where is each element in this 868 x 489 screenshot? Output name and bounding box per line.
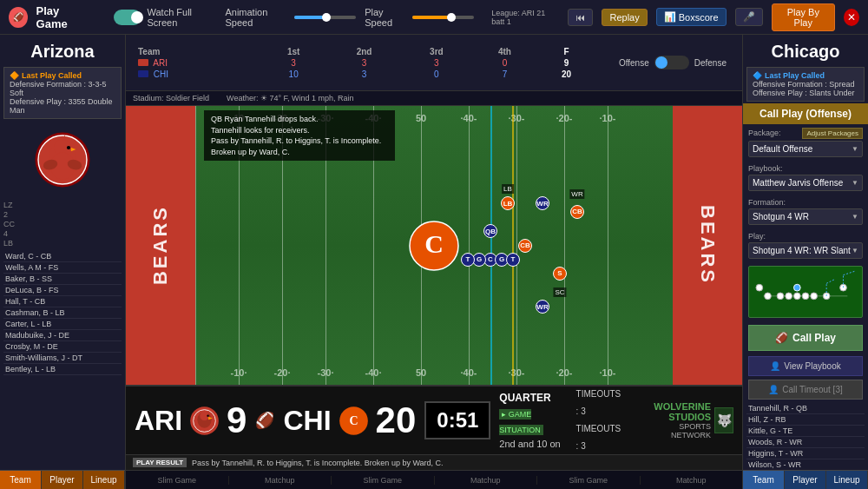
play-dropdown-arrow: ▼ <box>852 247 858 254</box>
play-speed-slider[interactable] <box>412 16 475 19</box>
yard-line-ez-r <box>608 106 608 385</box>
fullscreen-toggle-switch[interactable] <box>114 10 141 25</box>
play-label: Play: <box>748 232 863 241</box>
right-tab-player[interactable]: Player <box>785 471 826 489</box>
right-tabs: Team Player Lineup <box>743 470 868 489</box>
page-title: Play Game <box>36 4 89 30</box>
wolverine-subtitle: SPORTS NETWORK <box>638 422 711 439</box>
chi-timeouts: TIMEOUTS : 3 <box>576 420 621 455</box>
field-container: BEARS BEARS -10· -20· -30· <box>126 106 742 385</box>
list-item: Woods, R - WR <box>746 437 865 448</box>
game-clock: 0:51 <box>424 401 490 439</box>
left-tab-team[interactable]: Team <box>0 471 42 489</box>
svg-point-23 <box>786 293 792 300</box>
left-tabs: Team Player Lineup <box>0 470 125 489</box>
offense-defense-section: Offense Defense <box>603 35 742 90</box>
end-zone-left: BEARS <box>126 106 195 385</box>
right-tab-team[interactable]: Team <box>743 471 785 489</box>
svg-point-7 <box>67 146 70 149</box>
mic-button[interactable]: 🎤 <box>735 8 763 26</box>
end-zone-right: BEARS <box>673 106 742 385</box>
scoreboard-bar: ARI 9 🏈 CHI C <box>126 385 742 454</box>
left-tab-player[interactable]: Player <box>42 471 83 489</box>
team-col-header: Team <box>135 46 260 57</box>
svg-point-24 <box>802 293 809 300</box>
watch-fullscreen-label: Watch Full Screen <box>147 7 216 28</box>
timeout-icon: 👤 <box>768 385 779 394</box>
playbook-dropdown-arrow: ▼ <box>852 179 858 187</box>
yard-line-10 <box>195 106 196 385</box>
list-item: Carter, L - LB <box>3 319 122 330</box>
end-zone-right-text: BEARS <box>696 205 719 285</box>
svg-point-29 <box>823 293 830 300</box>
svg-line-33 <box>844 271 857 275</box>
top-bar: 🏈 Play Game Watch Full Screen Animation … <box>0 0 868 35</box>
playbook-dropdown[interactable]: Matthew Jarvis Offense ▼ <box>748 175 863 191</box>
svg-text:C: C <box>424 229 444 258</box>
close-button[interactable]: ✕ <box>844 9 859 26</box>
ari-score: 9 <box>227 400 247 441</box>
chi-score: 20 <box>376 400 417 441</box>
view-playbook-button[interactable]: 👤 View Playbook <box>748 356 863 376</box>
ari-timeouts: TIMEOUTS : 3 <box>576 386 621 420</box>
animation-speed-container: Animation Speed <box>225 7 356 28</box>
formation-dropdown[interactable]: Shotgun 4 WR ▼ <box>748 208 863 225</box>
play-speed-container: Play Speed <box>365 7 474 28</box>
list-item: Wilson, S - WR <box>746 459 865 470</box>
ari-team-cell: ARI <box>135 57 260 69</box>
package-dropdown[interactable]: Default Offense ▼ <box>748 141 863 157</box>
yard-line-20r <box>516 106 517 385</box>
right-last-play: 🔷 Last Play Called Offensive Formation :… <box>746 67 865 102</box>
yn-20b: -20· <box>274 367 291 378</box>
formation-section: Formation: Shotgun 4 WR ▼ <box>743 195 868 228</box>
animation-speed-slider[interactable] <box>294 16 357 19</box>
offense-defense-toggle[interactable]: Offense Defense <box>612 53 733 72</box>
play-by-play-button[interactable]: Play By Play <box>772 3 835 31</box>
left-position-labels: LZ 2 CC 4 LB <box>0 199 125 249</box>
svg-line-35 <box>826 280 835 284</box>
call-timeout-button[interactable]: 👤 Call Timeout [3] <box>748 380 863 400</box>
playbook-label: Playbook: <box>748 164 863 173</box>
play-dropdown[interactable]: Shotgun 4 WR: WR Slant ▼ <box>748 242 863 259</box>
replay-button[interactable]: Replay <box>602 9 647 26</box>
play-section: Play: Shotgun 4 WR: WR Slant ▼ <box>743 228 868 262</box>
right-tab-lineup[interactable]: Lineup <box>826 471 868 489</box>
yn-20r: ·20- <box>556 113 573 123</box>
wr-label2: WR <box>569 189 584 199</box>
call-play-panel: Call Play (Offense) Package: Adjust Pack… <box>743 103 868 401</box>
stadium-weather-bar: Stadium: Soldier Field Weather: ☀ 74° F,… <box>126 91 742 106</box>
game-status-badge: ▸ GAME SITUATION <box>499 409 542 435</box>
football-field: BEARS BEARS -10· -20· -30· <box>126 106 742 385</box>
ari-abbr: ARI <box>135 405 182 437</box>
playbook-icon: 👤 <box>770 361 780 371</box>
yn-40b: -40· <box>365 367 382 378</box>
watch-fullscreen-toggle[interactable]: Watch Full Screen <box>114 7 216 28</box>
yard-line-30r <box>469 106 470 385</box>
chi-abbr: CHI <box>283 405 331 437</box>
list-item: Higgins, T - WR <box>746 448 865 459</box>
call-play-header: Call Play (Offense) <box>743 103 868 124</box>
boxscore-icon: 📊 <box>664 11 676 23</box>
game-status: ▸ GAME SITUATION <box>499 406 567 437</box>
adjust-packages-button[interactable]: Adjust Packages <box>802 128 863 139</box>
cardinals-logo <box>32 129 93 190</box>
league-info: League: ARI 21 batt 1 <box>491 9 559 26</box>
list-item: Crosby, M - DE <box>3 341 122 353</box>
left-panel: Arizona 🔶 Last Play Called Defensive For… <box>0 35 126 489</box>
call-play-button[interactable]: 🏈 Call Play <box>748 325 863 351</box>
player-dot-cb2: CB <box>570 205 584 219</box>
player-dot-ot2: T <box>506 253 520 267</box>
rewind-button[interactable]: ⏮ <box>568 9 593 26</box>
svg-text:C: C <box>349 414 358 427</box>
package-dropdown-arrow: ▼ <box>852 145 858 153</box>
list-item: Tannehill, R - QB <box>746 403 865 414</box>
center-panel: Team 1st 2nd 3rd 4th F ARI <box>126 35 742 489</box>
play-speed-label: Play Speed <box>365 7 408 28</box>
stadium-label: Stadium: Soldier Field <box>133 94 209 102</box>
wolverine-name: WOLVERINE STUDIOS <box>638 401 711 422</box>
slim-section-2: Matchup <box>229 476 332 485</box>
boxscore-button[interactable]: 📊 Boxscore <box>656 8 727 26</box>
ari-score-section: ARI 9 <box>135 400 247 441</box>
left-tab-lineup[interactable]: Lineup <box>83 471 125 489</box>
yn-30r: ·30- <box>509 113 525 123</box>
